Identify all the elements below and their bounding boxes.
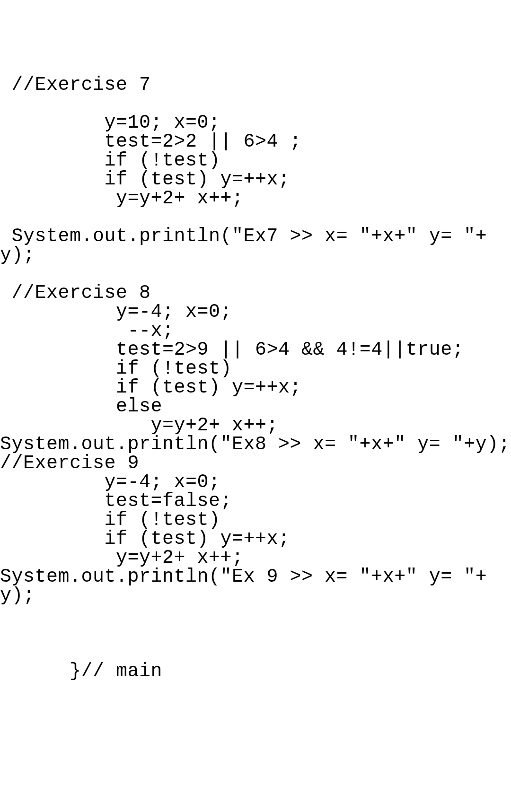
code-line: //Exercise 7 bbox=[0, 74, 151, 96]
code-line: if (!test) bbox=[0, 150, 220, 171]
code-line: if (!test) bbox=[0, 509, 220, 531]
code-line: test=false; bbox=[0, 490, 232, 512]
code-line: y=-4; x=0; bbox=[0, 471, 220, 493]
code-line: if (test) y=++x; bbox=[0, 377, 301, 398]
code-line: System.out.println("Ex 9 >> x= "+x+" y= … bbox=[0, 566, 487, 606]
code-line: if (test) y=++x; bbox=[0, 528, 290, 550]
code-line: }// main bbox=[0, 661, 162, 682]
code-line: test=2>2 || 6>4 ; bbox=[0, 131, 301, 152]
code-line: else bbox=[0, 396, 162, 417]
code-line: //Exercise 9 bbox=[0, 453, 139, 474]
code-line: y=-4; x=0; bbox=[0, 301, 232, 323]
code-line: System.out.println("Ex7 >> x= "+x+" y= "… bbox=[0, 226, 487, 266]
code-line: --x; bbox=[0, 320, 174, 341]
code-line: //Exercise 8 bbox=[0, 282, 151, 304]
code-line: if (!test) bbox=[0, 358, 232, 379]
code-line: y=y+2+ x++; bbox=[0, 547, 244, 568]
code-line: y=y+2+ x++; bbox=[0, 188, 244, 209]
code-line: y=10; x=0; bbox=[0, 112, 220, 133]
code-line: System.out.println("Ex8 >> x= "+x+" y= "… bbox=[0, 434, 510, 455]
code-line: y=y+2+ x++; bbox=[0, 415, 278, 436]
code-content: //Exercise 7 y=10; x=0; test=2>2 || 6>4 … bbox=[0, 76, 511, 681]
code-line: test=2>9 || 6>4 && 4!=4||true; bbox=[0, 339, 464, 360]
code-line: if (test) y=++x; bbox=[0, 169, 290, 190]
